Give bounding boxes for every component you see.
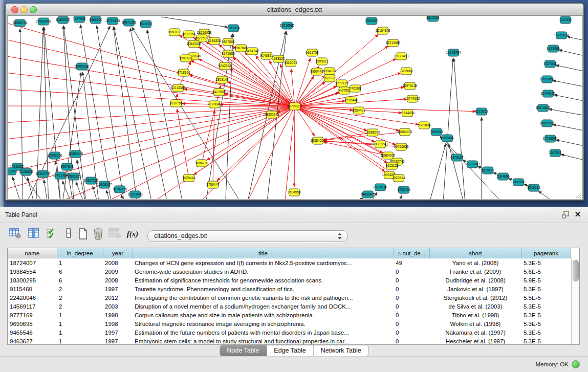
close-panel-icon[interactable]: ✕ bbox=[574, 210, 582, 218]
tab-edge-table[interactable]: Edge Table bbox=[267, 345, 313, 356]
cell-pagerank[interactable]: 5.3E-5 bbox=[521, 319, 571, 328]
cell-in_degree[interactable]: 2 bbox=[57, 302, 103, 311]
graph-node[interactable]: 10688609 bbox=[365, 129, 380, 136]
graph-node[interactable]: 7625440 bbox=[182, 174, 195, 182]
graph-node[interactable]: 12412901 bbox=[511, 179, 526, 186]
cell-title[interactable]: Investigating the contribution of common… bbox=[133, 293, 394, 302]
cell-name[interactable]: 9777169 bbox=[8, 311, 57, 319]
cell-pagerank[interactable]: 5.3E-5 bbox=[521, 328, 571, 337]
cell-short[interactable]: Tibbo et al. (1998) bbox=[429, 311, 521, 319]
graph-node[interactable]: 15892971 bbox=[540, 120, 555, 127]
column-selection-icon[interactable] bbox=[45, 227, 59, 241]
column-header-name[interactable]: name bbox=[8, 248, 57, 258]
graph-node[interactable]: 9901428 bbox=[179, 55, 192, 62]
graph-node[interactable]: 19756928 bbox=[394, 143, 409, 150]
graph-node[interactable]: 8660122 bbox=[168, 29, 181, 36]
cell-short[interactable]: Nakamura et al. (1997) bbox=[429, 328, 521, 337]
cell-out_degree[interactable]: 0 bbox=[394, 285, 429, 293]
graph-node[interactable]: 12444154 bbox=[541, 90, 556, 97]
graph-node[interactable]: 2522544 bbox=[392, 174, 405, 182]
table-scrollbar[interactable] bbox=[571, 258, 579, 344]
graph-node[interactable]: 1615132 bbox=[385, 162, 399, 169]
cell-in_degree[interactable]: 6 bbox=[57, 276, 103, 285]
graph-node[interactable]: 19384554 bbox=[311, 137, 325, 144]
delete-column-icon[interactable] bbox=[91, 227, 105, 241]
graph-node[interactable]: 12213987 bbox=[386, 39, 401, 47]
cell-pagerank[interactable]: 5.3E-5 bbox=[521, 302, 571, 311]
cell-title[interactable]: Disruption of a novel member of a sodium… bbox=[133, 302, 394, 311]
graph-node[interactable]: 12975125 bbox=[403, 82, 418, 90]
graph-node[interactable]: 9504550 bbox=[288, 189, 301, 196]
graph-node[interactable]: 9815113 bbox=[482, 167, 494, 174]
graph-node[interactable]: 9245012 bbox=[527, 184, 540, 191]
cell-name[interactable]: 22420046 bbox=[8, 293, 57, 302]
cell-out_degree[interactable]: 0 bbox=[394, 311, 429, 319]
cell-title[interactable]: Structural magnetic resonance image aver… bbox=[133, 319, 394, 328]
cell-in_degree[interactable]: 1 bbox=[57, 319, 103, 328]
cell-out_degree[interactable]: 0 bbox=[394, 328, 429, 337]
cell-title[interactable]: Changes of HCN gene expression and I(f) … bbox=[133, 258, 394, 268]
table-row[interactable]: 1456911722003Disruption of a novel membe… bbox=[8, 302, 571, 311]
cell-year[interactable]: 2009 bbox=[103, 267, 133, 276]
graph-node[interactable]: 2516444 bbox=[344, 97, 358, 104]
graph-node[interactable]: 10543392 bbox=[187, 40, 202, 48]
cell-out_degree[interactable]: 0 bbox=[394, 302, 429, 311]
cell-out_degree[interactable]: 0 bbox=[394, 276, 429, 285]
graph-node[interactable]: 15751074 bbox=[554, 32, 569, 39]
cell-name[interactable]: 9699695 bbox=[8, 319, 57, 328]
graph-node[interactable]: 20053346 bbox=[75, 63, 90, 70]
graph-node[interactable]: 8813054 bbox=[426, 16, 440, 21]
graph-node[interactable]: 12342757 bbox=[36, 170, 51, 178]
cell-name[interactable]: 18724007 bbox=[8, 258, 57, 268]
cell-short[interactable]: Yano et al. (2008) bbox=[429, 258, 521, 268]
cell-name[interactable]: 14569117 bbox=[8, 302, 57, 311]
graph-node[interactable]: 8186328 bbox=[208, 37, 221, 45]
cell-out_degree[interactable]: 0 bbox=[394, 319, 429, 328]
graph-node[interactable]: 16154808 bbox=[376, 27, 390, 34]
graph-node[interactable]: 7955812 bbox=[315, 58, 329, 65]
graph-node[interactable]: 16381243 bbox=[465, 161, 480, 168]
table-settings-icon[interactable] bbox=[8, 227, 23, 241]
cell-title[interactable]: Genome-wide association studies in ADHD. bbox=[133, 267, 394, 276]
cell-out_degree[interactable]: 49 bbox=[394, 258, 429, 268]
column-header-out-degree[interactable]: △out_de... bbox=[394, 248, 429, 258]
graph-node[interactable]: 9242848 bbox=[218, 62, 231, 70]
table-row[interactable]: 1830029562008Estimation of significance … bbox=[8, 276, 571, 285]
cell-year[interactable]: 1998 bbox=[103, 319, 133, 328]
cell-in_degree[interactable]: 2 bbox=[57, 285, 103, 293]
graph-node[interactable]: 19654923 bbox=[398, 128, 412, 136]
graph-node[interactable]: 9097548 bbox=[60, 163, 74, 170]
cell-short[interactable]: Hescheler et al. (1997) bbox=[429, 337, 521, 345]
graph-node[interactable]: 15136141 bbox=[373, 184, 388, 191]
cell-name[interactable]: 19384554 bbox=[8, 267, 57, 276]
cell-title[interactable]: Tourette syndrome. Phenomenology and cla… bbox=[133, 285, 394, 293]
cell-name[interactable]: 9465546 bbox=[8, 328, 57, 337]
table-row[interactable]: 946554611997Estimation of the future num… bbox=[8, 328, 571, 337]
cell-short[interactable]: Dudbridge et al. (2008) bbox=[429, 276, 521, 285]
graph-node[interactable]: 12093852 bbox=[540, 76, 555, 83]
graph-node[interactable]: 18724007 bbox=[288, 103, 302, 110]
column-header-pagerank[interactable]: pagerank bbox=[521, 248, 571, 258]
cell-year[interactable]: 2003 bbox=[103, 302, 133, 311]
cell-out_degree[interactable]: 0 bbox=[394, 293, 429, 302]
graph-node[interactable]: 4170048 bbox=[208, 101, 221, 108]
graph-node[interactable]: 3913543 bbox=[8, 168, 17, 175]
function-builder-icon[interactable]: f(x) bbox=[124, 227, 141, 241]
float-panel-icon[interactable] bbox=[562, 211, 570, 218]
create-column-icon[interactable] bbox=[76, 227, 90, 241]
cell-title[interactable]: Corpus callosum shape and size in male p… bbox=[133, 311, 394, 319]
table-row[interactable]: 1938455462009Genome-wide association stu… bbox=[8, 267, 571, 276]
graph-node[interactable]: 11544094 bbox=[400, 110, 415, 117]
graph-node[interactable]: 9990448 bbox=[310, 68, 323, 75]
column-header-year[interactable]: year bbox=[103, 248, 133, 258]
graph-node[interactable]: 9146821 bbox=[260, 52, 273, 59]
column-header-in-degree[interactable]: in_degree bbox=[57, 248, 103, 258]
cell-short[interactable]: Jankovic et al. (1997) bbox=[429, 285, 521, 293]
graph-node[interactable]: 11451964 bbox=[53, 172, 68, 179]
cell-pagerank[interactable]: 5.5E-5 bbox=[521, 293, 571, 302]
cell-year[interactable]: 2008 bbox=[103, 258, 133, 268]
graph-node[interactable]: 1588520 bbox=[272, 55, 285, 62]
graph-node[interactable]: 12213363 bbox=[171, 84, 186, 92]
cell-in_degree[interactable]: 1 bbox=[57, 328, 103, 337]
cell-pagerank[interactable]: 5.3E-5 bbox=[521, 311, 571, 319]
